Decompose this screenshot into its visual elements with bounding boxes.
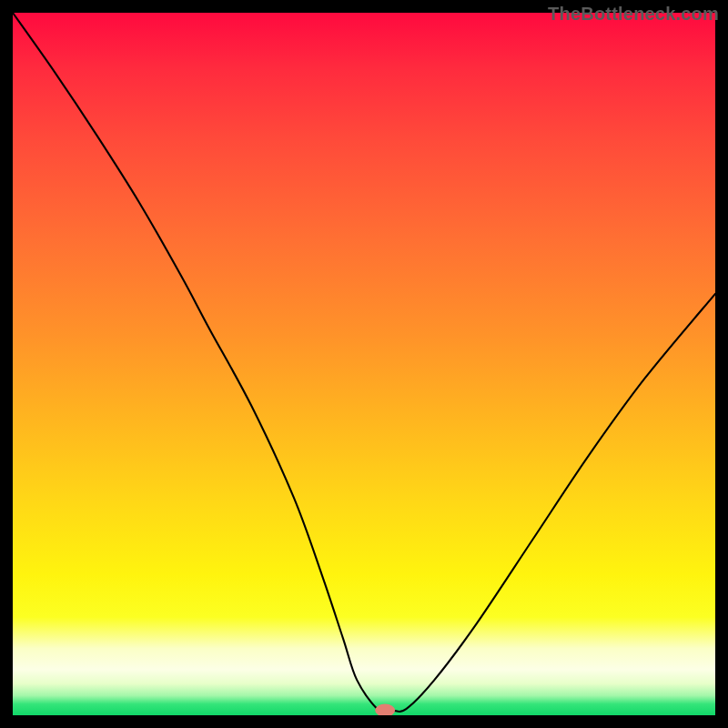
chart-svg bbox=[13, 13, 715, 715]
bottleneck-curve bbox=[13, 13, 715, 713]
watermark-text: TheBottleneck.com bbox=[548, 4, 719, 25]
optimal-point-marker bbox=[375, 704, 395, 715]
chart-plot-area bbox=[13, 13, 715, 715]
chart-frame: TheBottleneck.com bbox=[0, 0, 728, 728]
